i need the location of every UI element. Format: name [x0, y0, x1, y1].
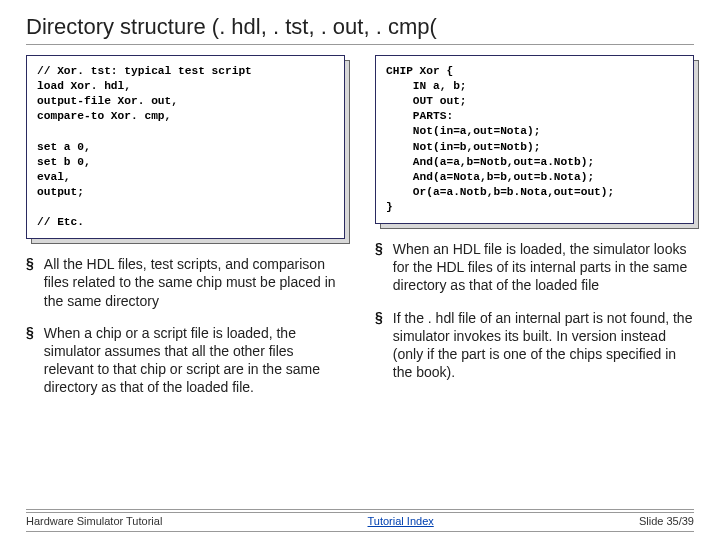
bullet-marker: §	[375, 309, 383, 382]
list-item: § When an HDL file is loaded, the simula…	[375, 240, 694, 295]
bullet-text: When a chip or a script file is loaded, …	[44, 324, 345, 397]
bullet-text: If the . hdl file of an internal part is…	[393, 309, 694, 382]
bullet-marker: §	[26, 255, 34, 310]
list-item: § When a chip or a script file is loaded…	[26, 324, 345, 397]
bullet-marker: §	[375, 240, 383, 295]
code-block-left: // Xor. tst: typical test script load Xo…	[26, 55, 345, 239]
title-divider	[26, 44, 694, 45]
content-columns: // Xor. tst: typical test script load Xo…	[26, 55, 694, 509]
footer-left: Hardware Simulator Tutorial	[26, 515, 162, 527]
right-bullets: § When an HDL file is loaded, the simula…	[375, 240, 694, 395]
code-block-right-wrap: CHIP Xor { IN a, b; OUT out; PARTS: Not(…	[375, 55, 694, 224]
code-block-left-wrap: // Xor. tst: typical test script load Xo…	[26, 55, 345, 239]
list-item: § All the HDL files, test scripts, and c…	[26, 255, 345, 310]
list-item: § If the . hdl file of an internal part …	[375, 309, 694, 382]
left-column: // Xor. tst: typical test script load Xo…	[26, 55, 345, 509]
page-title: Directory structure (. hdl, . tst, . out…	[26, 14, 694, 40]
bullet-marker: §	[26, 324, 34, 397]
slide-number: Slide 35/39	[639, 515, 694, 527]
code-block-right: CHIP Xor { IN a, b; OUT out; PARTS: Not(…	[375, 55, 694, 224]
right-column: CHIP Xor { IN a, b; OUT out; PARTS: Not(…	[375, 55, 694, 509]
tutorial-index-link[interactable]: Tutorial Index	[368, 515, 434, 527]
bullet-text: When an HDL file is loaded, the simulato…	[393, 240, 694, 295]
left-bullets: § All the HDL files, test scripts, and c…	[26, 255, 345, 410]
bullet-text: All the HDL files, test scripts, and com…	[44, 255, 345, 310]
footer: Hardware Simulator Tutorial Tutorial Ind…	[26, 512, 694, 532]
